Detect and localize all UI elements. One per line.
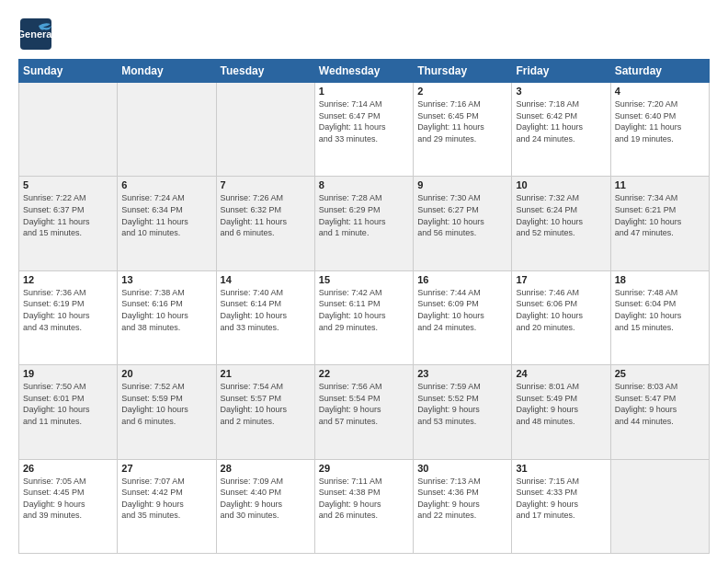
day-info: Sunrise: 7:56 AM Sunset: 5:54 PM Dayligh… (319, 381, 409, 427)
day-info: Sunrise: 7:26 AM Sunset: 6:32 PM Dayligh… (221, 192, 311, 238)
day-number: 14 (221, 274, 311, 285)
calendar-cell: 1Sunrise: 7:14 AM Sunset: 6:47 PM Daylig… (314, 83, 413, 177)
day-number: 6 (121, 179, 211, 190)
day-number: 10 (516, 179, 606, 190)
calendar-cell: 4Sunrise: 7:20 AM Sunset: 6:40 PM Daylig… (610, 83, 709, 177)
svg-text:General: General (18, 29, 53, 40)
day-header-tuesday: Tuesday (216, 60, 314, 83)
day-info: Sunrise: 7:22 AM Sunset: 6:37 PM Dayligh… (23, 192, 113, 238)
calendar-cell: 18Sunrise: 7:48 AM Sunset: 6:04 PM Dayli… (610, 270, 709, 364)
day-number: 1 (319, 86, 409, 97)
day-number: 15 (319, 274, 409, 285)
calendar-cell: 15Sunrise: 7:42 AM Sunset: 6:11 PM Dayli… (314, 270, 413, 364)
day-number: 5 (23, 179, 113, 190)
calendar-cell: 21Sunrise: 7:54 AM Sunset: 5:57 PM Dayli… (216, 365, 314, 459)
day-info: Sunrise: 8:01 AM Sunset: 5:49 PM Dayligh… (516, 381, 606, 427)
calendar-cell: 20Sunrise: 7:52 AM Sunset: 5:59 PM Dayli… (118, 365, 216, 459)
calendar-cell: 30Sunrise: 7:13 AM Sunset: 4:36 PM Dayli… (414, 459, 512, 553)
calendar-cell: 13Sunrise: 7:38 AM Sunset: 6:16 PM Dayli… (118, 270, 216, 364)
calendar-cell: 31Sunrise: 7:15 AM Sunset: 4:33 PM Dayli… (512, 459, 610, 553)
calendar-cell: 7Sunrise: 7:26 AM Sunset: 6:32 PM Daylig… (216, 177, 314, 270)
day-number: 30 (417, 463, 507, 474)
day-info: Sunrise: 7:20 AM Sunset: 6:40 PM Dayligh… (615, 98, 705, 144)
day-info: Sunrise: 7:05 AM Sunset: 4:45 PM Dayligh… (23, 476, 113, 522)
calendar-cell: 10Sunrise: 7:32 AM Sunset: 6:24 PM Dayli… (512, 177, 610, 270)
day-info: Sunrise: 7:15 AM Sunset: 4:33 PM Dayligh… (516, 476, 606, 522)
day-number: 9 (417, 179, 507, 190)
day-number: 7 (221, 179, 311, 190)
day-info: Sunrise: 7:24 AM Sunset: 6:34 PM Dayligh… (121, 192, 211, 238)
calendar-cell: 12Sunrise: 7:36 AM Sunset: 6:19 PM Dayli… (19, 270, 118, 364)
day-info: Sunrise: 7:48 AM Sunset: 6:04 PM Dayligh… (615, 287, 705, 333)
day-number: 3 (516, 86, 606, 97)
day-number: 26 (23, 463, 113, 474)
day-header-friday: Friday (512, 60, 610, 83)
calendar-cell: 5Sunrise: 7:22 AM Sunset: 6:37 PM Daylig… (19, 177, 118, 270)
page: General SundayMondayTuesdayWednesdayThur… (0, 0, 728, 563)
day-info: Sunrise: 7:07 AM Sunset: 4:42 PM Dayligh… (121, 476, 211, 522)
day-number: 18 (615, 274, 705, 285)
day-header-wednesday: Wednesday (314, 60, 413, 83)
calendar-cell: 17Sunrise: 7:46 AM Sunset: 6:06 PM Dayli… (512, 270, 610, 364)
day-header-saturday: Saturday (610, 60, 709, 83)
day-info: Sunrise: 7:16 AM Sunset: 6:45 PM Dayligh… (417, 98, 507, 144)
day-info: Sunrise: 7:40 AM Sunset: 6:14 PM Dayligh… (221, 287, 311, 333)
day-info: Sunrise: 7:11 AM Sunset: 4:38 PM Dayligh… (319, 476, 409, 522)
day-number: 2 (417, 86, 507, 97)
day-info: Sunrise: 7:50 AM Sunset: 6:01 PM Dayligh… (23, 381, 113, 427)
calendar-table: SundayMondayTuesdayWednesdayThursdayFrid… (18, 59, 710, 554)
day-number: 27 (121, 463, 211, 474)
day-header-thursday: Thursday (414, 60, 512, 83)
day-number: 24 (516, 368, 606, 379)
calendar-cell: 22Sunrise: 7:56 AM Sunset: 5:54 PM Dayli… (314, 365, 413, 459)
day-info: Sunrise: 7:38 AM Sunset: 6:16 PM Dayligh… (121, 287, 211, 333)
day-header-monday: Monday (118, 60, 216, 83)
day-number: 11 (615, 179, 705, 190)
calendar-cell: 25Sunrise: 8:03 AM Sunset: 5:47 PM Dayli… (610, 365, 709, 459)
calendar-cell: 6Sunrise: 7:24 AM Sunset: 6:34 PM Daylig… (118, 177, 216, 270)
calendar-cell: 28Sunrise: 7:09 AM Sunset: 4:40 PM Dayli… (216, 459, 314, 553)
day-info: Sunrise: 7:13 AM Sunset: 4:36 PM Dayligh… (417, 476, 507, 522)
day-info: Sunrise: 8:03 AM Sunset: 5:47 PM Dayligh… (615, 381, 705, 427)
calendar-week-3: 12Sunrise: 7:36 AM Sunset: 6:19 PM Dayli… (19, 270, 710, 364)
day-number: 16 (417, 274, 507, 285)
calendar-cell: 26Sunrise: 7:05 AM Sunset: 4:45 PM Dayli… (19, 459, 118, 553)
calendar-week-5: 26Sunrise: 7:05 AM Sunset: 4:45 PM Dayli… (19, 459, 710, 553)
day-info: Sunrise: 7:44 AM Sunset: 6:09 PM Dayligh… (417, 287, 507, 333)
day-number: 25 (615, 368, 705, 379)
day-info: Sunrise: 7:46 AM Sunset: 6:06 PM Dayligh… (516, 287, 606, 333)
day-number: 21 (221, 368, 311, 379)
calendar-cell: 24Sunrise: 8:01 AM Sunset: 5:49 PM Dayli… (512, 365, 610, 459)
day-number: 8 (319, 179, 409, 190)
day-info: Sunrise: 7:30 AM Sunset: 6:27 PM Dayligh… (417, 192, 507, 238)
day-info: Sunrise: 7:54 AM Sunset: 5:57 PM Dayligh… (221, 381, 311, 427)
day-number: 31 (516, 463, 606, 474)
day-number: 22 (319, 368, 409, 379)
calendar-cell (610, 459, 709, 553)
calendar-week-1: 1Sunrise: 7:14 AM Sunset: 6:47 PM Daylig… (19, 83, 710, 177)
day-number: 23 (417, 368, 507, 379)
day-info: Sunrise: 7:32 AM Sunset: 6:24 PM Dayligh… (516, 192, 606, 238)
day-header-sunday: Sunday (19, 60, 118, 83)
calendar-cell (216, 83, 314, 177)
day-info: Sunrise: 7:36 AM Sunset: 6:19 PM Dayligh… (23, 287, 113, 333)
header: General (18, 17, 710, 52)
day-number: 19 (23, 368, 113, 379)
calendar-cell: 3Sunrise: 7:18 AM Sunset: 6:42 PM Daylig… (512, 83, 610, 177)
calendar-cell: 9Sunrise: 7:30 AM Sunset: 6:27 PM Daylig… (414, 177, 512, 270)
day-info: Sunrise: 7:14 AM Sunset: 6:47 PM Dayligh… (319, 98, 409, 144)
calendar-cell (118, 83, 216, 177)
day-info: Sunrise: 7:34 AM Sunset: 6:21 PM Dayligh… (615, 192, 705, 238)
day-number: 28 (221, 463, 311, 474)
day-info: Sunrise: 7:18 AM Sunset: 6:42 PM Dayligh… (516, 98, 606, 144)
day-info: Sunrise: 7:28 AM Sunset: 6:29 PM Dayligh… (319, 192, 409, 238)
day-info: Sunrise: 7:42 AM Sunset: 6:11 PM Dayligh… (319, 287, 409, 333)
calendar-cell (19, 83, 118, 177)
day-info: Sunrise: 7:59 AM Sunset: 5:52 PM Dayligh… (417, 381, 507, 427)
calendar-cell: 14Sunrise: 7:40 AM Sunset: 6:14 PM Dayli… (216, 270, 314, 364)
calendar-week-2: 5Sunrise: 7:22 AM Sunset: 6:37 PM Daylig… (19, 177, 710, 270)
calendar-header-row: SundayMondayTuesdayWednesdayThursdayFrid… (19, 60, 710, 83)
day-number: 12 (23, 274, 113, 285)
calendar-cell: 27Sunrise: 7:07 AM Sunset: 4:42 PM Dayli… (118, 459, 216, 553)
calendar-cell: 11Sunrise: 7:34 AM Sunset: 6:21 PM Dayli… (610, 177, 709, 270)
